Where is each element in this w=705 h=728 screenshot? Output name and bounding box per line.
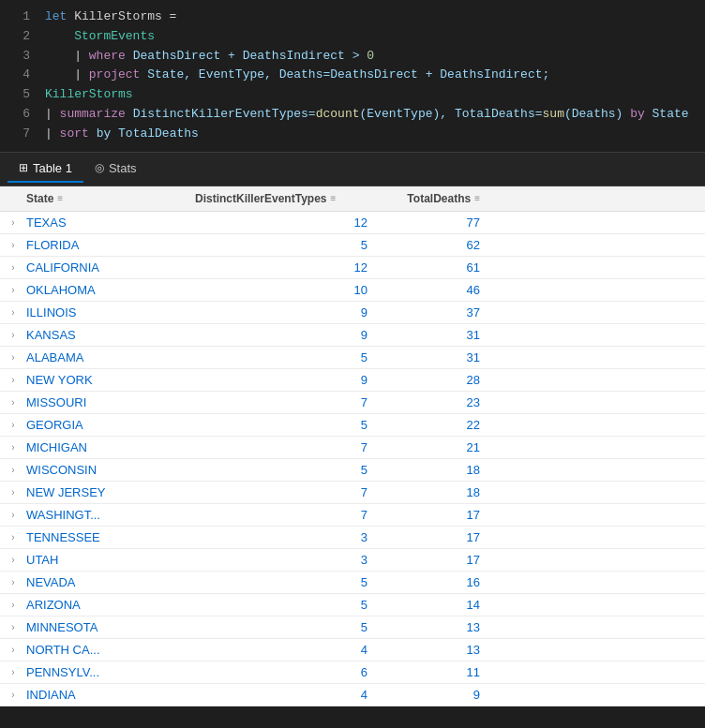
table-header: State ≡ DistinctKillerEventTypes ≡ Total…: [0, 186, 705, 212]
expand-arrow[interactable]: ›: [0, 307, 26, 318]
table-row[interactable]: ›MISSOURI723: [0, 392, 705, 414]
table-row[interactable]: ›MINNESOTA513: [0, 617, 705, 639]
cell-distinct: 7: [195, 440, 382, 454]
cell-total: 28: [382, 373, 495, 387]
cell-state: GEORGIA: [26, 418, 195, 432]
code-line-7: 7| sort by TotalDeaths: [0, 125, 705, 144]
line-content: StormEvents: [45, 27, 155, 47]
table-row[interactable]: ›ARIZONA514: [0, 594, 705, 617]
cell-distinct: 5: [195, 238, 382, 252]
cell-state: ALABAMA: [26, 350, 195, 364]
cell-distinct: 6: [195, 665, 382, 679]
col-header-distinct[interactable]: DistinctKillerEventTypes ≡: [195, 192, 382, 205]
state-label: State: [26, 192, 53, 205]
table-row[interactable]: ›NEVADA516: [0, 572, 705, 594]
expand-arrow[interactable]: ›: [0, 622, 26, 632]
line-number: 5: [8, 85, 30, 105]
expand-arrow[interactable]: ›: [0, 420, 26, 430]
expand-arrow[interactable]: ›: [0, 442, 26, 453]
cell-distinct: 9: [195, 328, 382, 342]
tab-icon: ⊞: [19, 161, 28, 174]
table-row[interactable]: ›WASHINGT...717: [0, 504, 705, 527]
table-row[interactable]: ›UTAH317: [0, 549, 705, 572]
cell-distinct: 5: [195, 463, 382, 477]
cell-total: 16: [382, 575, 495, 589]
table-row[interactable]: ›FLORIDA562: [0, 234, 705, 257]
cell-total: 31: [382, 350, 495, 364]
line-content: | sort by TotalDeaths: [45, 125, 199, 144]
cell-state: ARIZONA: [26, 598, 195, 612]
cell-state: OKLAHOMA: [26, 283, 195, 297]
table-row[interactable]: ›OKLAHOMA1046: [0, 279, 705, 302]
expand-arrow[interactable]: ›: [0, 690, 26, 700]
table-row[interactable]: ›ILLINOIS937: [0, 302, 705, 324]
cell-distinct: 7: [195, 508, 382, 522]
line-content: | project State, EventType, Deaths=Death…: [45, 66, 549, 85]
cell-total: 17: [382, 508, 495, 522]
cell-total: 23: [382, 395, 495, 409]
cell-state: CALIFORNIA: [26, 260, 195, 275]
cell-state: NEVADA: [26, 575, 195, 589]
expand-arrow[interactable]: ›: [0, 600, 26, 610]
table-row[interactable]: ›NEW YORK928: [0, 369, 705, 392]
table-row[interactable]: ›PENNSYLV...611: [0, 661, 705, 684]
expand-arrow[interactable]: ›: [0, 645, 26, 655]
expand-arrow[interactable]: ›: [0, 285, 26, 295]
table-row[interactable]: ›TEXAS1277: [0, 212, 705, 234]
line-number: 4: [8, 66, 30, 85]
cell-total: 21: [382, 440, 495, 454]
table-row[interactable]: ›GEORGIA522: [0, 414, 705, 437]
code-line-4: 4 | project State, EventType, Deaths=Dea…: [0, 66, 705, 85]
cell-total: 31: [382, 328, 495, 342]
cell-total: 77: [382, 215, 495, 230]
cell-state: FLORIDA: [26, 238, 195, 252]
cell-total: 37: [382, 305, 495, 319]
cell-state: NEW JERSEY: [26, 485, 195, 499]
expand-arrow[interactable]: ›: [0, 352, 26, 363]
cell-total: 62: [382, 238, 495, 252]
expand-arrow[interactable]: ›: [0, 487, 26, 498]
table-row[interactable]: ›KANSAS931: [0, 324, 705, 347]
expand-arrow[interactable]: ›: [0, 532, 26, 542]
cell-distinct: 7: [195, 485, 382, 499]
expand-arrow[interactable]: ›: [0, 577, 26, 587]
table-row[interactable]: ›MICHIGAN721: [0, 437, 705, 459]
cell-total: 18: [382, 463, 495, 477]
expand-arrow[interactable]: ›: [0, 555, 26, 565]
cell-distinct: 5: [195, 598, 382, 612]
cell-distinct: 5: [195, 575, 382, 589]
expand-arrow[interactable]: ›: [0, 465, 26, 475]
table-row[interactable]: ›WISCONSIN518: [0, 459, 705, 482]
line-number: 6: [8, 105, 30, 125]
cell-total: 46: [382, 283, 495, 297]
col-header-state[interactable]: State ≡: [26, 192, 195, 205]
cell-total: 13: [382, 643, 495, 657]
cell-total: 11: [382, 665, 495, 679]
table-row[interactable]: ›ALABAMA531: [0, 347, 705, 369]
distinct-label: DistinctKillerEventTypes: [195, 192, 326, 205]
tabs-bar: ⊞Table 1◎Stats: [0, 153, 705, 186]
expand-arrow[interactable]: ›: [0, 240, 26, 250]
expand-arrow[interactable]: ›: [0, 217, 26, 228]
table-row[interactable]: ›CALIFORNIA1261: [0, 257, 705, 279]
expand-arrow[interactable]: ›: [0, 330, 26, 340]
expand-arrow[interactable]: ›: [0, 262, 26, 273]
expand-arrow[interactable]: ›: [0, 510, 26, 520]
results-table: State ≡ DistinctKillerEventTypes ≡ Total…: [0, 186, 705, 706]
expand-arrow[interactable]: ›: [0, 375, 26, 385]
expand-arrow[interactable]: ›: [0, 667, 26, 677]
cell-distinct: 12: [195, 215, 382, 230]
line-number: 1: [8, 7, 30, 27]
tab-table-1[interactable]: ⊞Table 1: [8, 156, 83, 183]
tab-icon: ◎: [95, 161, 104, 174]
table-row[interactable]: ›NEW JERSEY718: [0, 482, 705, 504]
table-row[interactable]: ›TENNESSEE317: [0, 527, 705, 549]
tab-stats[interactable]: ◎Stats: [83, 156, 148, 183]
table-row[interactable]: ›NORTH CA...413: [0, 639, 705, 661]
table-row[interactable]: ›INDIANA49: [0, 684, 705, 706]
cell-state: PENNSYLV...: [26, 665, 195, 679]
expand-arrow[interactable]: ›: [0, 397, 26, 408]
total-label: TotalDeaths: [407, 192, 471, 205]
col-header-total[interactable]: TotalDeaths ≡: [382, 192, 495, 205]
cell-total: 17: [382, 530, 495, 544]
